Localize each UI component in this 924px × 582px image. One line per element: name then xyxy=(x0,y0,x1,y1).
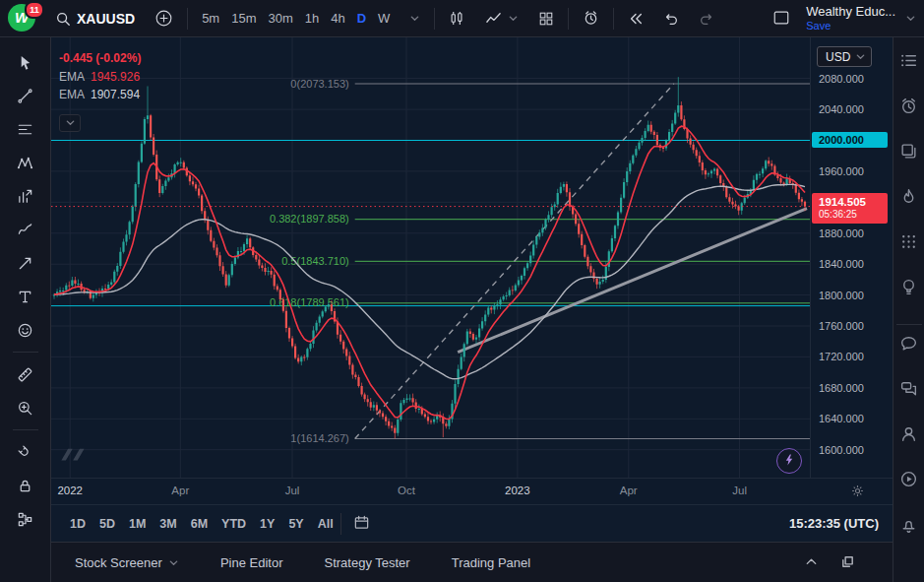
zoom-in-button[interactable] xyxy=(9,391,42,424)
object-tree-icon xyxy=(17,511,33,528)
undo-icon xyxy=(663,11,679,27)
magnet-icon xyxy=(17,444,33,461)
price-chart[interactable]: 0(2073.153)0.382(1897.858)0.5(1843.710)0… xyxy=(51,37,810,478)
forecast-button[interactable] xyxy=(9,179,42,213)
range-3M[interactable]: 3M xyxy=(153,513,183,535)
price-tick: 2040.000 xyxy=(819,103,864,115)
go-to-date-button[interactable] xyxy=(347,512,376,536)
time-axis[interactable]: 2022AprJulOct2023AprJul xyxy=(51,478,893,504)
chevron-down-icon[interactable] xyxy=(905,13,916,24)
range-All[interactable]: All xyxy=(311,513,340,535)
undo-button[interactable] xyxy=(657,7,685,31)
fib-retracement-button[interactable] xyxy=(9,112,42,146)
range-YTD[interactable]: YTD xyxy=(215,513,253,535)
object-tree-button[interactable] xyxy=(9,502,42,536)
indicators-button[interactable] xyxy=(479,6,524,31)
currency-select[interactable]: USD xyxy=(817,46,872,67)
chat-button[interactable] xyxy=(896,330,922,356)
range-1D[interactable]: 1D xyxy=(63,513,92,535)
range-1Y[interactable]: 1Y xyxy=(253,513,281,535)
timeframe-group: 5m15m30m1h4hDW xyxy=(196,7,396,30)
alerts-button[interactable] xyxy=(896,93,922,118)
published-chart-menu[interactable]: Wealthy Educ... Save xyxy=(806,5,895,31)
panel-toggle-button[interactable] xyxy=(767,5,796,31)
timeframe-30m[interactable]: 30m xyxy=(262,7,298,30)
bar-replay-button[interactable] xyxy=(622,7,649,31)
panel-maximize-button[interactable] xyxy=(838,552,857,574)
fib-label: 0(2073.153) xyxy=(290,78,348,90)
lock-drawings-button[interactable] xyxy=(9,469,42,502)
tradingview-watermark xyxy=(59,445,91,468)
lightning-icon xyxy=(781,452,797,471)
legend-collapse-button[interactable] xyxy=(59,114,81,132)
tab-pine-editor[interactable]: Pine Editor xyxy=(215,554,289,571)
tab-stock-screener[interactable]: Stock Screener xyxy=(69,554,185,571)
trend-line-icon xyxy=(17,88,33,104)
horizontal-lines[interactable] xyxy=(51,141,810,306)
compare-add-button[interactable] xyxy=(149,5,179,32)
rewind-icon xyxy=(628,11,644,27)
range-1M[interactable]: 1M xyxy=(122,513,153,535)
alert-button[interactable] xyxy=(577,6,605,31)
tutorials-button[interactable] xyxy=(896,466,922,491)
xabcd-pattern-button[interactable] xyxy=(9,146,42,179)
indicator-ema1[interactable]: EMA1945.926 xyxy=(59,68,141,87)
logo[interactable]: W 11 xyxy=(8,4,41,33)
timeframe-5m[interactable]: 5m xyxy=(196,7,225,30)
candlestick-icon xyxy=(449,10,465,27)
price-tick: 1640.000 xyxy=(819,413,864,424)
notifications-button[interactable] xyxy=(896,511,922,537)
fib-label: 0.382(1897.858) xyxy=(270,213,349,225)
conversations-button[interactable] xyxy=(896,375,922,401)
conversations-icon xyxy=(899,379,918,398)
hotlists-button[interactable] xyxy=(896,183,922,209)
magnet-button[interactable] xyxy=(9,435,42,469)
interval-menu-button[interactable] xyxy=(403,9,426,28)
tab-trading-panel[interactable]: Trading Panel xyxy=(446,554,536,571)
save-label[interactable]: Save xyxy=(806,20,895,32)
utc-clock[interactable]: 15:23:35 (UTC) xyxy=(789,516,881,531)
brush-button[interactable] xyxy=(9,213,42,246)
panel-icon xyxy=(772,9,790,27)
watchlist-button[interactable] xyxy=(896,47,922,73)
tab-strategy-tester[interactable]: Strategy Tester xyxy=(318,554,415,571)
timeframe-4h[interactable]: 4h xyxy=(325,7,350,30)
timeframe-1h[interactable]: 1h xyxy=(299,7,325,30)
chart-style-button[interactable] xyxy=(443,6,471,31)
cursor-button[interactable] xyxy=(9,45,42,79)
divider xyxy=(434,8,435,30)
restore-icon xyxy=(840,554,855,569)
streams-button[interactable] xyxy=(896,420,922,446)
range-6M[interactable]: 6M xyxy=(184,513,215,535)
scale-settings-button[interactable] xyxy=(850,484,865,501)
symbol-search-button[interactable]: XAUUSD xyxy=(49,7,141,31)
ema2-value: 1907.594 xyxy=(91,88,140,101)
quick-action-button[interactable] xyxy=(776,448,802,474)
trend-line-button[interactable] xyxy=(9,79,42,112)
tradingview-app: W 11 XAUUSD 5m15m30m1h4hDW xyxy=(0,0,924,582)
chart-pane: 0(2073.153)0.382(1897.858)0.5(1843.710)0… xyxy=(51,37,893,478)
ideas-button[interactable] xyxy=(896,274,922,299)
arrow-marker-button[interactable] xyxy=(9,246,42,280)
timeframe-D[interactable]: D xyxy=(351,7,372,30)
currency-value: USD xyxy=(826,50,850,64)
timeframe-15m[interactable]: 15m xyxy=(225,7,262,30)
redo-button[interactable] xyxy=(693,7,720,31)
screener-button[interactable] xyxy=(896,228,922,254)
timeframe-W[interactable]: W xyxy=(372,7,396,30)
measure-ruler-button[interactable] xyxy=(9,357,42,391)
highlighted-price-label: 2000.000 xyxy=(812,132,888,148)
panel-collapse-button[interactable] xyxy=(802,552,821,574)
news-button[interactable] xyxy=(896,138,922,163)
layout-grid-button[interactable] xyxy=(532,7,560,31)
emoji-button[interactable] xyxy=(9,313,42,347)
price-scale[interactable]: USD 2080.0002040.0002000.0001960.0001920… xyxy=(810,37,893,478)
bar-countdown: 05:36:25 xyxy=(819,209,888,222)
price-tick: 1680.000 xyxy=(819,382,864,394)
chart-column: 0(2073.153)0.382(1897.858)0.5(1843.710)0… xyxy=(51,37,893,582)
indicator-ema2[interactable]: EMA1907.594 xyxy=(59,86,141,104)
range-5D[interactable]: 5D xyxy=(92,513,122,535)
range-5Y[interactable]: 5Y xyxy=(281,513,310,535)
text-button[interactable] xyxy=(9,280,42,313)
fib-retracement-drawing[interactable]: 0(2073.153)0.382(1897.858)0.5(1843.710)0… xyxy=(270,78,810,445)
